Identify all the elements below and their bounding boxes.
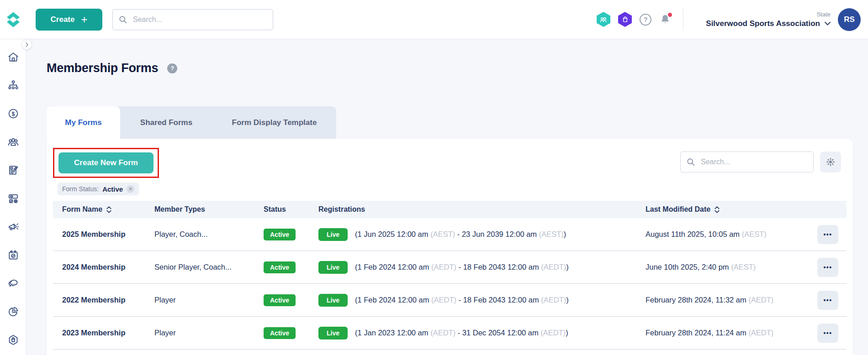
sidebar-item-reports[interactable] <box>7 306 19 318</box>
last-modified-cell: February 28th 2024, 11:24 am (AEDT) <box>646 329 783 337</box>
main-content: Membership Forms ? My FormsShared FormsF… <box>26 39 868 355</box>
chevron-down-icon <box>825 21 831 26</box>
members-icon <box>7 136 19 148</box>
sidebar-item-home[interactable] <box>7 51 19 63</box>
row-actions-cell: ••• <box>783 225 847 244</box>
table-row[interactable]: 2024 Membership Senior Player, Coach... … <box>53 251 847 284</box>
home-icon <box>7 51 19 63</box>
status-badge: Active <box>264 327 296 339</box>
registrations-cell: Live (1 Feb 2024 12:00 am (AEDT) - 18 Fe… <box>318 261 646 274</box>
status-cell: Active <box>264 294 318 306</box>
search-icon <box>687 158 695 166</box>
help-icon[interactable]: ? <box>640 14 651 26</box>
form-name-cell[interactable]: 2024 Membership <box>62 263 154 271</box>
topbar-right: ? State Silverwood Sports Association RS <box>589 8 868 31</box>
last-modified-cell: June 10th 2025, 2:40 pm (AEST) <box>646 263 783 271</box>
filter-chip-form-status: Form Status: Active ✕ <box>58 183 139 195</box>
sidebar-item-shop[interactable] <box>7 334 19 346</box>
shop-icon <box>7 334 19 346</box>
chevron-right-icon <box>25 42 29 47</box>
sidebar-item-members[interactable] <box>7 136 19 148</box>
form-name-cell[interactable]: 2022 Membership <box>62 296 154 304</box>
plus-icon: + <box>81 14 87 25</box>
column-header-registrations: Registrations <box>318 205 646 214</box>
form-name-cell[interactable]: 2023 Membership <box>62 329 154 337</box>
sidebar-item-org-chart[interactable] <box>7 79 19 91</box>
reports-icon <box>7 306 19 318</box>
status-badge: Active <box>264 294 296 306</box>
member-types-cell: Player <box>154 329 264 337</box>
topbar: Create + ? <box>0 0 868 39</box>
registrations-cell: Live (1 Feb 2024 12:00 am (AEDT) - 18 Fe… <box>318 294 646 307</box>
sidebar-item-messages[interactable] <box>7 277 19 289</box>
table-settings-button[interactable] <box>820 151 841 172</box>
row-actions-button[interactable]: ••• <box>817 324 838 343</box>
sidebar-item-registration-form[interactable] <box>7 164 19 176</box>
row-actions-button[interactable]: ••• <box>817 291 838 310</box>
forms-table: Form NameMember TypesStatusRegistrations… <box>53 201 847 350</box>
column-header-last-modified-date[interactable]: Last Modified Date <box>646 205 783 214</box>
search-icon <box>119 16 127 24</box>
filter-chip-value: Active <box>102 185 123 193</box>
registration-window: (1 Feb 2024 12:00 am (AEDT) - 18 Feb 204… <box>355 263 569 271</box>
app-logo[interactable] <box>0 10 26 29</box>
column-header-form-name[interactable]: Form Name <box>62 205 154 214</box>
global-search-input[interactable] <box>112 9 273 30</box>
messages-icon <box>7 277 19 289</box>
sort-icon[interactable] <box>714 206 720 213</box>
org-name: Silverwood Sports Association <box>706 19 820 28</box>
page-help-icon[interactable]: ? <box>167 63 177 73</box>
table-row[interactable]: 2022 Membership Player Active Live (1 Fe… <box>53 284 847 317</box>
registration-window: (1 Jan 2023 12:00 am (AEDT) - 31 Dec 205… <box>355 329 568 337</box>
row-actions-cell: ••• <box>783 291 847 310</box>
status-badge: Active <box>264 261 296 273</box>
marketplace-icon[interactable] <box>618 12 632 27</box>
sidebar-item-products[interactable] <box>7 193 19 204</box>
registration-status-badge: Live <box>318 294 348 307</box>
tab-shared-forms[interactable]: Shared Forms <box>120 106 212 139</box>
row-actions-cell: ••• <box>783 258 847 277</box>
products-icon <box>7 193 19 204</box>
notification-dot <box>668 13 672 17</box>
page-title: Membership Forms <box>47 61 158 75</box>
sidebar: $ <box>0 39 26 355</box>
registrations-cell: Live (1 Jun 2025 12:00 am (AEST) - 23 Ju… <box>318 228 646 241</box>
tab-my-forms[interactable]: My Forms <box>47 106 120 139</box>
finance-icon: $ <box>7 108 19 120</box>
create-button[interactable]: Create + <box>36 9 102 31</box>
avatar[interactable]: RS <box>838 8 861 31</box>
registration-form-icon <box>7 164 19 176</box>
forms-search-input[interactable] <box>680 151 814 172</box>
sidebar-item-events[interactable] <box>7 249 19 261</box>
status-cell: Active <box>264 261 318 273</box>
registration-status-badge: Live <box>318 261 348 274</box>
column-header-member-types: Member Types <box>154 205 264 214</box>
last-modified-cell: February 28th 2024, 11:32 am (AEDT) <box>646 296 783 304</box>
registration-status-badge: Live <box>318 327 348 339</box>
table-row[interactable]: 2025 Membership Player, Coach... Active … <box>53 218 847 251</box>
filter-remove-icon[interactable]: ✕ <box>127 185 134 193</box>
sort-icon[interactable] <box>106 206 112 213</box>
create-button-label: Create <box>51 15 75 24</box>
tabs: My FormsShared FormsForm Display Templat… <box>47 106 336 139</box>
notifications-bell-icon[interactable] <box>659 13 671 26</box>
forms-toolbar: Create New Form <box>47 139 853 178</box>
status-cell: Active <box>264 327 318 339</box>
org-chart-icon <box>7 79 19 91</box>
registration-window: (1 Feb 2024 12:00 am (AEDT) - 18 Feb 204… <box>355 296 569 304</box>
sidebar-item-marketing[interactable] <box>7 221 19 233</box>
row-actions-button[interactable]: ••• <box>817 258 838 277</box>
org-context-label: State <box>817 11 831 18</box>
table-row[interactable]: 2023 Membership Player Active Live (1 Ja… <box>53 317 847 350</box>
community-icon[interactable] <box>597 12 610 27</box>
forms-search <box>680 151 814 172</box>
last-modified-cell: August 11th 2025, 10:05 am (AEST) <box>646 230 783 239</box>
sidebar-expand-button[interactable] <box>21 39 32 50</box>
form-name-cell[interactable]: 2025 Membership <box>62 230 154 239</box>
row-actions-button[interactable]: ••• <box>817 225 838 244</box>
sidebar-item-finance[interactable]: $ <box>7 108 19 120</box>
create-new-form-button[interactable]: Create New Form <box>58 152 153 173</box>
org-switcher[interactable]: State Silverwood Sports Association <box>693 11 831 28</box>
status-badge: Active <box>264 229 296 240</box>
tab-form-display-template[interactable]: Form Display Template <box>212 106 336 139</box>
